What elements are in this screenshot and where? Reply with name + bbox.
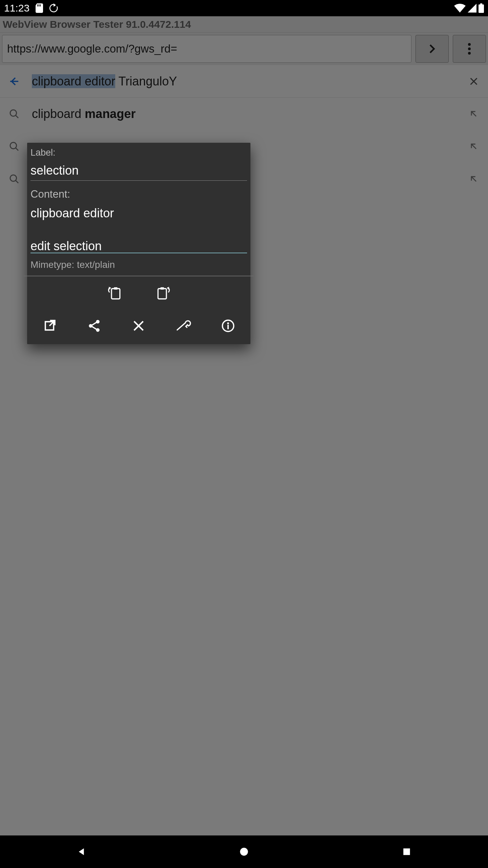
clock: 11:23 xyxy=(4,2,29,14)
svg-rect-0 xyxy=(37,4,38,6)
search-icon xyxy=(5,174,24,184)
svg-point-19 xyxy=(227,322,229,324)
url-field[interactable]: https://www.google.com/?gws_rd= xyxy=(2,35,278,63)
share-icon xyxy=(87,319,101,333)
search-query-rest: TrianguloY xyxy=(115,74,177,88)
settings-button[interactable] xyxy=(174,316,193,335)
info-icon xyxy=(221,319,235,333)
sync-icon xyxy=(49,3,58,13)
svg-rect-20 xyxy=(227,325,229,329)
svg-point-10 xyxy=(10,175,17,181)
clipboard-in-icon xyxy=(108,286,123,301)
dialog-action-row xyxy=(27,312,250,344)
dialog-clipboard-row xyxy=(27,276,250,312)
label-input[interactable] xyxy=(30,160,247,181)
svg-rect-13 xyxy=(158,289,166,299)
search-icon xyxy=(5,141,24,152)
clipboard-out-icon xyxy=(155,286,170,301)
suggestion-row[interactable]: clipboard manager xyxy=(0,98,278,130)
status-bar: 11:23 xyxy=(0,0,278,16)
open-external-icon xyxy=(42,319,57,333)
search-header: clipboard editor TrianguloY xyxy=(0,65,278,98)
search-icon xyxy=(5,108,24,119)
info-button[interactable] xyxy=(219,316,238,335)
search-query-selected: clipboard editor xyxy=(32,74,115,88)
svg-rect-12 xyxy=(114,287,117,290)
open-external-button[interactable] xyxy=(40,316,59,335)
share-button[interactable] xyxy=(85,316,104,335)
clipboard-editor-dialog: Label: Content: Mimetype: text/plain xyxy=(27,143,250,344)
svg-point-8 xyxy=(10,110,17,116)
webview-title: WebView Browser Tester 91.0.4472.114 xyxy=(0,16,278,33)
arrow-left-icon xyxy=(8,75,20,87)
svg-rect-11 xyxy=(111,289,120,299)
content-input[interactable] xyxy=(30,202,247,253)
paste-into-button[interactable] xyxy=(106,284,125,303)
copy-out-button[interactable] xyxy=(153,284,172,303)
svg-rect-1 xyxy=(39,4,39,6)
svg-point-9 xyxy=(10,142,17,149)
close-dialog-button[interactable] xyxy=(129,316,148,335)
suggestion-text: clipboard manager xyxy=(24,107,278,121)
back-button[interactable] xyxy=(5,75,24,87)
content-field-label: Content: xyxy=(30,188,247,202)
close-icon xyxy=(132,319,145,333)
mimetype-label: Mimetype: text/plain xyxy=(30,255,247,274)
label-field-label: Label: xyxy=(30,147,247,160)
svg-rect-2 xyxy=(40,4,41,6)
search-query[interactable]: clipboard editor TrianguloY xyxy=(24,74,278,88)
svg-rect-14 xyxy=(160,287,164,290)
sd-card-icon xyxy=(36,3,43,13)
webview-toolbar: https://www.google.com/?gws_rd= xyxy=(0,33,278,65)
wrench-icon xyxy=(175,319,191,333)
